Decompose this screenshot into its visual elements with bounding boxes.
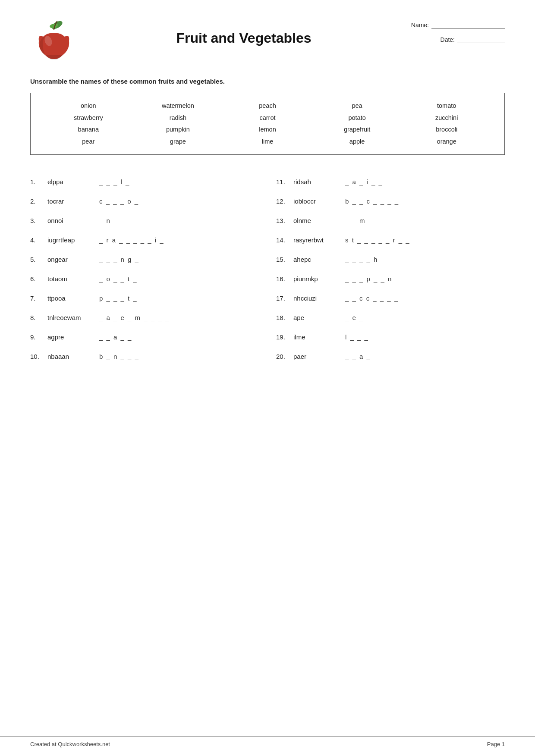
question-answer: s t _ _ _ _ _ r _ _ bbox=[345, 236, 410, 244]
question-answer: _ r a _ _ _ _ _ i _ bbox=[99, 236, 164, 244]
word-item: orange bbox=[402, 136, 491, 148]
word-item: peach bbox=[223, 100, 312, 112]
apple-icon bbox=[30, 17, 78, 65]
question-scrambled: nbaaan bbox=[47, 353, 95, 360]
question-answer: p _ _ _ t _ bbox=[99, 295, 138, 302]
question-answer: _ _ _ l _ bbox=[99, 178, 130, 185]
question-scrambled: onnoi bbox=[47, 217, 95, 224]
word-item: apple bbox=[312, 136, 402, 148]
question-row: 19.ilmel _ _ _ bbox=[276, 327, 505, 347]
question-answer: _ a _ e _ m _ _ _ _ bbox=[99, 314, 170, 321]
question-number: 6. bbox=[30, 275, 43, 282]
question-answer: _ _ a _ bbox=[345, 353, 371, 360]
question-number: 10. bbox=[30, 353, 43, 360]
word-column-3: peach carrot lemon lime bbox=[223, 100, 312, 147]
date-field[interactable] bbox=[457, 36, 505, 43]
question-answer: b _ _ c _ _ _ _ bbox=[345, 198, 399, 205]
question-row: 20.paer_ _ a _ bbox=[276, 347, 505, 366]
word-item: banana bbox=[44, 124, 133, 136]
question-row: 9.agpre_ _ a _ _ bbox=[30, 327, 259, 347]
question-number: 7. bbox=[30, 295, 43, 302]
question-number: 2. bbox=[30, 198, 43, 205]
word-item: carrot bbox=[223, 112, 312, 124]
word-item: broccoli bbox=[402, 124, 491, 136]
question-answer: _ o _ _ t _ bbox=[99, 275, 138, 282]
question-answer: c _ _ _ o _ bbox=[99, 198, 139, 205]
name-label: Name: bbox=[411, 22, 429, 28]
word-column-4: pea potato grapefruit apple bbox=[312, 100, 402, 147]
question-number: 3. bbox=[30, 217, 43, 224]
question-answer: b _ n _ _ _ bbox=[99, 353, 139, 360]
question-scrambled: ridsah bbox=[293, 178, 341, 185]
question-row: 18.ape_ e _ bbox=[276, 308, 505, 327]
question-row: 15.ahepc_ _ _ _ h bbox=[276, 250, 505, 269]
question-number: 9. bbox=[30, 333, 43, 341]
question-number: 20. bbox=[276, 353, 289, 360]
question-scrambled: ttpooa bbox=[47, 295, 95, 302]
question-scrambled: ongear bbox=[47, 256, 95, 263]
question-row: 2.tocrarc _ _ _ o _ bbox=[30, 191, 259, 211]
question-row: 3.onnoi_ n _ _ _ bbox=[30, 211, 259, 230]
page: Fruit and Vegetables Name: Date: Unscram… bbox=[0, 0, 535, 756]
instructions-text: Unscramble the names of these common fru… bbox=[30, 78, 505, 85]
question-answer: _ e _ bbox=[345, 314, 364, 321]
word-bank: onion strawberry banana pear watermelon … bbox=[30, 93, 505, 155]
word-item: onion bbox=[44, 100, 133, 112]
title-section: Fruit and Vegetables bbox=[78, 17, 410, 46]
questions-left-column: 1.elppa_ _ _ l _2.tocrarc _ _ _ o _3.onn… bbox=[30, 172, 259, 366]
page-title: Fruit and Vegetables bbox=[78, 30, 410, 46]
question-scrambled: rasyrerbwt bbox=[293, 236, 341, 244]
question-row: 8.tnlreoewam_ a _ e _ m _ _ _ _ bbox=[30, 308, 259, 327]
question-row: 4.iugrrtfeap_ r a _ _ _ _ _ i _ bbox=[30, 230, 259, 250]
questions-right-column: 11.ridsah_ a _ i _ _12.iobloccrb _ _ c _… bbox=[276, 172, 505, 366]
question-answer: l _ _ _ bbox=[345, 333, 369, 341]
question-number: 5. bbox=[30, 256, 43, 263]
word-item: radish bbox=[133, 112, 223, 124]
word-item: tomato bbox=[402, 100, 491, 112]
question-answer: _ _ c c _ _ _ _ bbox=[345, 295, 399, 302]
question-number: 12. bbox=[276, 198, 289, 205]
question-answer: _ _ _ p _ _ n bbox=[345, 275, 392, 282]
footer-right: Page 1 bbox=[487, 741, 505, 747]
question-number: 15. bbox=[276, 256, 289, 263]
word-item: lime bbox=[223, 136, 312, 148]
question-row: 7.ttpooap _ _ _ t _ bbox=[30, 289, 259, 308]
question-scrambled: elppa bbox=[47, 178, 95, 185]
question-row: 12.iobloccrb _ _ c _ _ _ _ bbox=[276, 191, 505, 211]
word-item: pea bbox=[312, 100, 402, 112]
question-row: 16.piunmkp_ _ _ p _ _ n bbox=[276, 269, 505, 289]
word-column-5: tomato zucchini broccoli orange bbox=[402, 100, 491, 147]
questions-grid: 1.elppa_ _ _ l _2.tocrarc _ _ _ o _3.onn… bbox=[30, 172, 505, 366]
question-answer: _ _ _ _ h bbox=[345, 256, 378, 263]
question-scrambled: piunmkp bbox=[293, 275, 341, 282]
question-scrambled: tocrar bbox=[47, 198, 95, 205]
question-row: 14.rasyrerbwts t _ _ _ _ _ r _ _ bbox=[276, 230, 505, 250]
question-answer: _ _ m _ _ bbox=[345, 217, 380, 224]
word-column-1: onion strawberry banana pear bbox=[44, 100, 133, 147]
question-scrambled: nhcciuzi bbox=[293, 295, 341, 302]
name-date-section: Name: Date: bbox=[410, 17, 505, 43]
question-row: 13.olnme_ _ m _ _ bbox=[276, 211, 505, 230]
header: Fruit and Vegetables Name: Date: bbox=[30, 17, 505, 65]
question-scrambled: ilme bbox=[293, 333, 341, 341]
word-item: pear bbox=[44, 136, 133, 148]
question-number: 16. bbox=[276, 275, 289, 282]
name-field[interactable] bbox=[431, 22, 505, 28]
question-number: 11. bbox=[276, 178, 289, 185]
word-item: strawberry bbox=[44, 112, 133, 124]
word-item: zucchini bbox=[402, 112, 491, 124]
question-row: 5.ongear_ _ _ n g _ bbox=[30, 250, 259, 269]
word-item: grape bbox=[133, 136, 223, 148]
question-scrambled: iobloccr bbox=[293, 198, 341, 205]
question-number: 8. bbox=[30, 314, 43, 321]
word-item: watermelon bbox=[133, 100, 223, 112]
footer-left: Created at Quickworksheets.net bbox=[30, 741, 110, 747]
question-row: 11.ridsah_ a _ i _ _ bbox=[276, 172, 505, 191]
question-answer: _ n _ _ _ bbox=[99, 217, 132, 224]
question-number: 19. bbox=[276, 333, 289, 341]
question-answer: _ _ _ n g _ bbox=[99, 256, 139, 263]
word-item: pumpkin bbox=[133, 124, 223, 136]
question-number: 1. bbox=[30, 178, 43, 185]
word-item: grapefruit bbox=[312, 124, 402, 136]
question-answer: _ a _ i _ _ bbox=[345, 178, 383, 185]
